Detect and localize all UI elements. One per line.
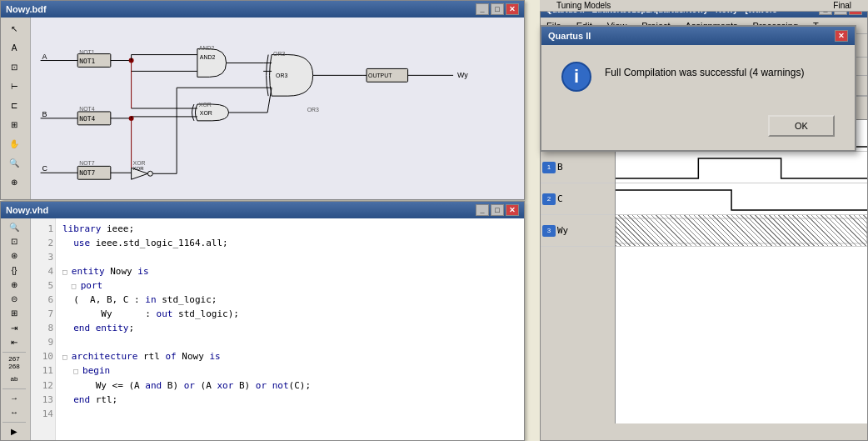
magnify-tool[interactable]: ⊕	[2, 173, 26, 191]
vhd-next-tool[interactable]: ⊞	[2, 307, 26, 320]
window-divider	[531, 0, 540, 441]
svg-text:AND2: AND2	[200, 54, 216, 60]
svg-text:A: A	[42, 53, 47, 61]
svg-rect-50	[616, 218, 867, 243]
code-line-11: □ begin	[62, 363, 517, 378]
signal-C-icon: 2	[542, 193, 556, 205]
dialog-title: Quartus II	[548, 31, 591, 41]
signal-B-icon: 1	[542, 162, 556, 173]
vhd-title: Nowy.vhd	[6, 205, 48, 215]
code-line-14	[62, 407, 517, 421]
code-line-3	[62, 250, 517, 264]
dialog-close-button[interactable]: ✕	[835, 30, 848, 42]
code-line-2: use ieee.std_logic_1164.all;	[62, 236, 517, 250]
top-bar: Tuning Models Final	[540, 0, 868, 12]
code-line-10: □ architecture rtl of Nowy is	[62, 349, 517, 363]
vhd-search2-tool[interactable]: ⊡	[2, 234, 26, 248]
vhd-search-tool[interactable]: 🔍	[2, 220, 26, 233]
compilation-dialog: Quartus II ✕ i Full Compilation was succ…	[540, 25, 856, 152]
select-tool[interactable]: ↖	[2, 19, 26, 38]
hand-tool[interactable]: ✋	[2, 134, 26, 153]
signal-row-C: 2 C	[541, 183, 615, 215]
vhd-body: 🔍 ⊡ ⊛ {} ⊕ ⊝ ⊞ ⇥ ⇤ 267268 ab → ↔ ▶ 12345…	[1, 218, 524, 440]
vhd-window: Nowy.vhd _ □ ✕ 🔍 ⊡ ⊛ {} ⊕ ⊝ ⊞ ⇥ ⇤ 267268…	[0, 201, 525, 441]
vhd-minimize-button[interactable]: _	[476, 204, 489, 216]
vhd-num2-tool[interactable]: ab	[2, 372, 26, 385]
vhd-replace-tool[interactable]: ⊛	[2, 249, 26, 263]
svg-text:XOR: XOR	[199, 102, 212, 108]
bdf-body: ↖ A ⊡ ⊢ ⊏ ⊞ ✋ 🔍 ⊕ NOT1 A	[1, 18, 524, 199]
svg-text:OR3: OR3	[273, 51, 285, 57]
waveform-Wy	[616, 215, 867, 247]
vhd-maximize-button[interactable]: □	[491, 204, 504, 216]
svg-text:XOR: XOR	[133, 160, 146, 166]
code-line-9	[62, 335, 517, 349]
dialog-body: i Full Compilation was successful (4 war…	[541, 45, 855, 108]
vhd-arrow2-tool[interactable]: ↔	[2, 406, 26, 419]
svg-point-26	[147, 171, 152, 176]
vhd-outdent-tool[interactable]: ⇤	[2, 335, 26, 348]
vhd-goto-tool[interactable]: {}	[2, 263, 26, 277]
signal-row-Wy: 3 Wy	[541, 215, 615, 247]
dialog-footer: OK	[541, 108, 855, 150]
bdf-canvas[interactable]: NOT1 A NOT4 B NOT7 C AND2	[31, 18, 524, 199]
vhd-bookmark-tool[interactable]: ⊕	[2, 278, 26, 291]
block-tool[interactable]: ⊡	[2, 58, 26, 76]
vhd-window-controls: _ □ ✕	[476, 204, 519, 216]
svg-line-24	[267, 88, 272, 113]
wire-tool[interactable]: ⊢	[2, 77, 26, 95]
signal-Wy-icon: 3	[542, 225, 556, 237]
minimize-button[interactable]: _	[476, 3, 489, 15]
code-line-6: ( A, B, C : in std_logic;	[62, 293, 517, 307]
zoombox-tool[interactable]: ⊞	[2, 115, 26, 133]
vhd-titlebar: Nowy.vhd _ □ ✕	[1, 202, 524, 218]
svg-text:XOR: XOR	[200, 110, 212, 116]
signal-row-B: 1 B	[541, 152, 615, 183]
code-line-4: □ entity Nowy is	[62, 264, 517, 278]
svg-text:NOT7: NOT7	[79, 160, 95, 166]
svg-text:Wy: Wy	[457, 71, 468, 79]
svg-text:AND2: AND2	[199, 45, 215, 51]
svg-text:OUTPUT: OUTPUT	[368, 73, 392, 78]
vhd-indent-tool[interactable]: ⇥	[2, 321, 26, 334]
close-button[interactable]: ✕	[506, 3, 519, 15]
signal-B-name: B	[557, 162, 563, 173]
code-line-13: end rtl;	[62, 393, 517, 407]
svg-text:NOT1: NOT1	[79, 49, 95, 55]
svg-text:C: C	[42, 164, 48, 173]
code-line-8: end entity;	[62, 321, 517, 335]
code-line-1: library ieee;	[62, 222, 517, 236]
bdf-titlebar: Nowy.bdf _ □ ✕	[1, 1, 524, 18]
code-line-5: □ port	[62, 278, 517, 293]
svg-text:OR3: OR3	[307, 107, 319, 113]
dialog-info-icon: i	[561, 62, 591, 92]
pin-tool[interactable]: ⊏	[2, 96, 26, 114]
dialog-ok-button[interactable]: OK	[768, 115, 835, 137]
line-numbers: 12345 678910 11121314	[31, 218, 56, 440]
waveform-B	[616, 152, 867, 183]
maximize-button[interactable]: □	[491, 3, 504, 15]
text-tool[interactable]: A	[2, 38, 26, 57]
waveform-C	[616, 183, 867, 215]
svg-text:OR3: OR3	[276, 73, 287, 78]
bdf-window-controls: _ □ ✕	[476, 3, 519, 15]
vhd-prev-tool[interactable]: ⊝	[2, 292, 26, 305]
svg-text:B: B	[42, 110, 47, 118]
code-line-7: Wy : out std_logic);	[62, 307, 517, 321]
search-tool[interactable]: 🔍	[2, 153, 26, 172]
vhd-run-tool[interactable]: ▶	[2, 425, 26, 438]
top-bar-final: Final	[833, 1, 851, 10]
top-bar-tuning: Tuning Models	[556, 1, 611, 10]
svg-text:NOT1: NOT1	[79, 58, 95, 65]
signal-C-name: C	[557, 193, 563, 204]
vhd-toolbar: 🔍 ⊡ ⊛ {} ⊕ ⊝ ⊞ ⇥ ⇤ 267268 ab → ↔ ▶	[1, 218, 31, 440]
vhd-arrow1-tool[interactable]: →	[2, 391, 26, 404]
dialog-message: Full Compilation was successful (4 warni…	[605, 62, 804, 80]
vhd-close-button[interactable]: ✕	[506, 204, 519, 216]
vhd-num1-tool[interactable]: 267268	[2, 354, 26, 371]
svg-text:NOT4: NOT4	[79, 115, 95, 123]
code-editor[interactable]: library ieee; use ieee.std_logic_1164.al…	[56, 218, 524, 440]
signal-Wy-name: Wy	[557, 225, 568, 236]
svg-text:NOT4: NOT4	[79, 106, 95, 112]
dialog-titlebar: Quartus II ✕	[541, 27, 855, 45]
